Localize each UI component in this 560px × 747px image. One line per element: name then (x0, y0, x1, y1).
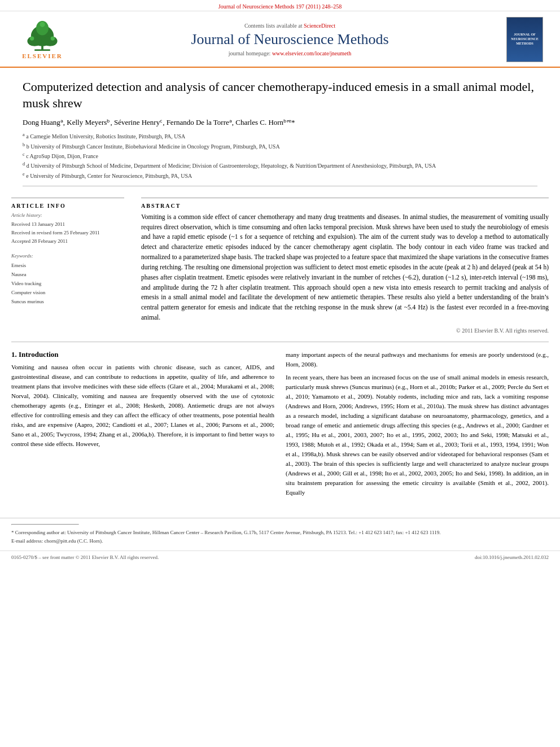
keyword-2: Nausea (11, 270, 124, 279)
header-separator (23, 186, 537, 186)
journal-title-block: Contents lists available at ScienceDirec… (73, 23, 506, 56)
doi-line: doi:10.1016/j.jneumeth.2011.02.032 (475, 554, 549, 560)
revised-date: Received in revised form 25 February 201… (11, 229, 124, 237)
journal-ref: Journal of Neuroscience Methods 197 (201… (218, 3, 342, 10)
bottom-bar: 0165-0270/$ – see front matter © 2011 El… (0, 551, 560, 563)
abstract-text: Vomiting is a common side effect of canc… (141, 212, 549, 323)
homepage-link[interactable]: www.elsevier.com/locate/jneumeth (272, 50, 351, 56)
intro-title: 1. Introduction (11, 350, 274, 359)
journal-top-bar: Journal of Neuroscience Methods 197 (201… (0, 0, 560, 11)
sciencedirect-link[interactable]: ScienceDirect (304, 23, 335, 29)
footnote-area: * Corresponding author at: University of… (0, 518, 560, 548)
intro-left-text: Vomiting and nausea often occur in patie… (11, 362, 274, 449)
copyright-line: © 2011 Elsevier B.V. All rights reserved… (141, 327, 549, 334)
article-info-col: ARTICLE INFO Article history: Received 1… (11, 198, 130, 334)
affil-a: a a Carnegie Mellon University, Robotics… (23, 132, 537, 141)
received-date: Received 13 January 2011 (11, 220, 124, 229)
body-right-col: many important aspects of the neural pat… (286, 350, 549, 501)
elsevier-tree-icon (23, 20, 62, 51)
article-info-section: ARTICLE INFO Article history: Received 1… (11, 198, 124, 307)
article-dates: Received 13 January 2011 Received in rev… (11, 220, 124, 246)
affil-b: b b University of Pittsburgh Cancer Inst… (23, 142, 537, 151)
keyword-5: Suncus murinus (11, 297, 124, 306)
keywords-list: Emesis Nausea Video tracking Computer vi… (11, 261, 124, 307)
journal-cover: JOURNAL OF NEUROSCIENCE METHODS (506, 17, 543, 62)
affil-e: e e University of Pittsburgh, Center for… (23, 171, 537, 180)
svg-point-6 (30, 36, 34, 40)
elsevier-logo: ELSEVIER (11, 20, 73, 59)
footnote-sep (11, 524, 79, 525)
intro-right-text: many important aspects of the neural pat… (286, 350, 549, 498)
contents-line: Contents lists available at ScienceDirec… (73, 23, 506, 29)
article-info-abstract-row: ARTICLE INFO Article history: Received 1… (0, 198, 560, 334)
cover-title: JOURNAL OF NEUROSCIENCE METHODS (509, 33, 540, 46)
affil-d: d d University of Pittsburgh School of M… (23, 161, 537, 170)
article-body: 1. Introduction Vomiting and nausea ofte… (0, 342, 560, 513)
article-header: Computerized detection and analysis of c… (0, 68, 560, 198)
svg-rect-1 (34, 49, 50, 51)
journal-header: ELSEVIER Contents lists available at Sci… (0, 11, 560, 68)
abstract-section: ABSTRACT Vomiting is a common side effec… (141, 198, 549, 334)
affiliations-block: a a Carnegie Mellon University, Robotics… (23, 132, 537, 180)
svg-point-7 (51, 36, 55, 40)
journal-homepage: journal homepage: www.elsevier.com/locat… (73, 50, 506, 56)
keyword-3: Video tracking (11, 279, 124, 288)
article-info-header: ARTICLE INFO (11, 203, 124, 209)
keyword-1: Emesis (11, 261, 124, 270)
svg-point-3 (27, 36, 42, 46)
abstract-header: ABSTRACT (141, 203, 549, 209)
issn-line: 0165-0270/$ – see front matter © 2011 El… (11, 554, 159, 560)
authors-text: Dong Huangᵃ, Kelly Meyersᵇ, Séverine Hen… (23, 118, 295, 126)
svg-point-4 (43, 36, 58, 46)
elsevier-brand: ELSEVIER (22, 53, 63, 59)
body-two-col: 1. Introduction Vomiting and nausea ofte… (11, 350, 549, 501)
corresponding-note: * Corresponding author at: University of… (11, 528, 549, 545)
keywords-section: Keywords: Emesis Nausea Video tracking C… (11, 253, 124, 307)
history-label: Article history: (11, 212, 124, 218)
svg-point-8 (40, 21, 45, 27)
article-title: Computerized detection and analysis of c… (23, 79, 537, 111)
abstract-col: ABSTRACT Vomiting is a common side effec… (141, 198, 549, 334)
journal-name: Journal of Neuroscience Methods (73, 31, 506, 48)
keyword-4: Computer vision (11, 288, 124, 297)
page-wrapper: Journal of Neuroscience Methods 197 (201… (0, 0, 560, 747)
authors-line: Dong Huangᵃ, Kelly Meyersᵇ, Séverine Hen… (23, 118, 537, 127)
accepted-date: Accepted 28 February 2011 (11, 237, 124, 246)
body-left-col: 1. Introduction Vomiting and nausea ofte… (11, 350, 274, 501)
affil-c: c c AgroSup Dijon, Dijon, France (23, 151, 537, 160)
keywords-label: Keywords: (11, 253, 124, 259)
